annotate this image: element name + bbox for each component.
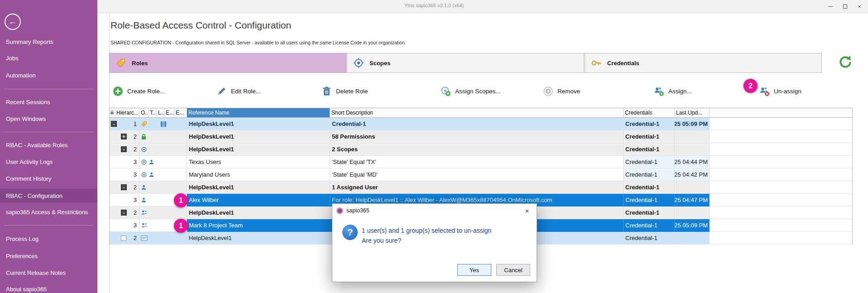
sidebar-item-rbac-configuration[interactable]: RBAC - Configuration bbox=[0, 189, 97, 202]
last-updated-cell[interactable] bbox=[675, 207, 710, 219]
reference-name-cell[interactable]: HelpDeskLevel1 bbox=[187, 207, 330, 219]
sidebar-item-process-log[interactable]: Process Log bbox=[0, 232, 97, 245]
assign-button[interactable]: Assign... bbox=[653, 81, 692, 101]
column-header-o[interactable]: O... bbox=[139, 108, 149, 117]
last-updated-cell[interactable] bbox=[675, 143, 710, 156]
last-updated-cell[interactable]: 025 04:44 PM bbox=[675, 156, 710, 168]
edit-role-button[interactable]: Edit Role... bbox=[216, 81, 261, 101]
credentials-cell[interactable]: Credential-1 bbox=[623, 168, 675, 181]
short-description-cell[interactable]: 58 Permissions bbox=[330, 130, 623, 143]
cancel-button[interactable]: Cancel bbox=[496, 264, 530, 276]
checkbox-icon[interactable] bbox=[121, 235, 126, 241]
table-row[interactable]: 3 Maryland Users 'State' Equal 'MD' Cred… bbox=[110, 168, 852, 181]
sidebar-item-user-activity-logs[interactable]: User Activity Logs bbox=[0, 155, 97, 168]
sidebar-divider bbox=[4, 132, 93, 132]
reference-name-cell[interactable]: HelpDeskLevel1 bbox=[187, 130, 330, 143]
sidebar-item-comment-history[interactable]: Comment History bbox=[0, 172, 97, 185]
tab-label: Scopes bbox=[369, 60, 390, 67]
reference-name-cell[interactable]: Alex Wilber bbox=[187, 194, 330, 207]
hierarchy-level: 2 bbox=[134, 209, 137, 216]
hierarchy-level: 3 bbox=[134, 222, 137, 229]
assign-scopes-button[interactable]: Assign Scopes... bbox=[440, 81, 501, 101]
reference-name-column-header[interactable]: Reference Name bbox=[187, 108, 330, 117]
table-row[interactable]: 3 Texas Users 'State' Equal 'TX' Credent… bbox=[110, 156, 852, 168]
tab-scopes[interactable]: Scopes bbox=[347, 53, 584, 73]
reference-name-cell[interactable]: HelpDeskLevel1 bbox=[187, 143, 330, 156]
reference-name-cell[interactable]: Texas Users bbox=[187, 156, 330, 168]
empty-column-header bbox=[710, 108, 852, 117]
last-updated-cell[interactable] bbox=[675, 232, 710, 245]
short-description-column-header[interactable]: Short Description bbox=[330, 108, 623, 117]
credentials-cell[interactable]: Credential-1 bbox=[623, 130, 675, 143]
close-icon: × bbox=[525, 207, 529, 215]
refresh-button[interactable] bbox=[836, 54, 855, 72]
sidebar-item-about-sapio365[interactable]: About sapio365 bbox=[0, 282, 97, 293]
remove-button[interactable]: Remove bbox=[542, 81, 580, 101]
sidebar-item-recent-sessions[interactable]: Recent Sessions bbox=[0, 95, 97, 109]
table-row[interactable]: - 1 HelpDeskLevel1 Credential-1 Credenti… bbox=[110, 118, 852, 130]
toolbar-label: Assign Scopes... bbox=[455, 88, 501, 95]
hierarchy-column-header[interactable]: Hierarc... bbox=[115, 108, 139, 117]
credentials-cell[interactable]: Credential-1 bbox=[623, 118, 675, 130]
expand-toggle[interactable]: + bbox=[121, 134, 127, 139]
table-row[interactable]: - 2 HelpDeskLevel1 2 Scopes Credential-1 bbox=[110, 143, 852, 156]
dialog-close-button[interactable]: × bbox=[518, 204, 537, 217]
credentials-cell[interactable]: Credential-1 bbox=[623, 207, 675, 219]
dialog-titlebar[interactable]: sapio365 × bbox=[332, 204, 537, 217]
credentials-cell[interactable]: Credential-1 bbox=[623, 194, 675, 207]
short-description-cell[interactable]: 'State' Equal 'MD' bbox=[330, 168, 623, 181]
table-row[interactable]: + 2 HelpDeskLevel1 58 Permissions Creden… bbox=[110, 130, 852, 143]
sidebar-item-preferences[interactable]: Preferences bbox=[0, 249, 97, 263]
last-updated-cell[interactable]: 025 04:42 PM bbox=[675, 168, 710, 181]
credentials-column-header[interactable]: Credentials bbox=[623, 108, 675, 117]
last-updated-cell[interactable]: 25 05:09 PM bbox=[675, 118, 710, 130]
tab-credentials[interactable]: Credentials bbox=[585, 53, 822, 73]
sidebar-item-automation[interactable]: Automation bbox=[0, 68, 97, 82]
minimize-button[interactable] bbox=[825, 1, 836, 11]
short-description-cell[interactable]: 'State' Equal 'TX' bbox=[330, 156, 623, 168]
short-description-cell[interactable]: 2 Scopes bbox=[330, 143, 623, 156]
sidebar-item-summary-reports[interactable]: Summary Reports bbox=[0, 35, 97, 48]
credentials-cell[interactable]: Credential-1 bbox=[623, 181, 675, 194]
reference-name-cell[interactable]: HelpDeskLevel1 bbox=[187, 118, 330, 130]
delete-role-button[interactable]: Delete Role bbox=[321, 81, 368, 101]
sidebar-item-sapio365-access-restrictions[interactable]: sapio365 Access & Restrictions bbox=[0, 205, 97, 219]
reference-name-cell[interactable]: Mark 8 Project Team bbox=[187, 219, 330, 232]
reference-name-cell[interactable]: HelpDeskLevel1 bbox=[187, 181, 330, 194]
reference-name-cell[interactable]: HelpDeskLevel1 bbox=[187, 232, 330, 245]
credentials-cell[interactable]: Credential-1 bbox=[623, 219, 675, 232]
sidebar-item-jobs[interactable]: Jobs bbox=[0, 51, 97, 65]
close-button[interactable]: × bbox=[854, 1, 865, 11]
back-button[interactable]: ← bbox=[5, 14, 21, 30]
column-header-t[interactable]: T... bbox=[149, 108, 157, 117]
last-updated-cell[interactable]: 025 04:47 PM bbox=[675, 194, 710, 207]
credentials-cell[interactable]: Credential-1 bbox=[623, 156, 675, 168]
create-role-button[interactable]: Create Role... bbox=[112, 81, 165, 101]
sidebar-item-open-windows[interactable]: Open Windows bbox=[0, 112, 97, 125]
lock-column-header[interactable] bbox=[110, 108, 115, 117]
credentials-cell[interactable]: Credential-1 bbox=[623, 143, 675, 156]
tab-roles[interactable]: Roles bbox=[109, 53, 346, 73]
column-header-e1[interactable]: E... bbox=[164, 108, 174, 117]
collapse-toggle[interactable]: - bbox=[111, 121, 117, 127]
maximize-button[interactable] bbox=[839, 1, 851, 11]
table-row[interactable]: - 2 HelpDeskLevel1 1 Assigned User Crede… bbox=[110, 181, 852, 194]
yes-button[interactable]: Yes bbox=[457, 264, 491, 276]
column-header-e2[interactable]: E... bbox=[174, 108, 187, 117]
last-updated-cell[interactable] bbox=[675, 130, 710, 143]
reference-name-cell[interactable]: Maryland Users bbox=[187, 168, 330, 181]
credentials-cell[interactable]: Credential-1 bbox=[623, 232, 675, 245]
column-header-l[interactable]: L... bbox=[157, 108, 164, 117]
last-updated-cell[interactable] bbox=[675, 181, 710, 194]
collapse-toggle[interactable]: - bbox=[121, 146, 127, 152]
collapse-toggle[interactable]: - bbox=[121, 184, 127, 190]
last-updated-cell[interactable]: 25 05:09 PM bbox=[675, 219, 710, 232]
hierarchy-level: 2 bbox=[134, 235, 137, 241]
short-description-cell[interactable]: 1 Assigned User bbox=[330, 181, 623, 194]
sidebar-item-rbac-available-roles[interactable]: RBAC - Available Roles bbox=[0, 138, 97, 152]
sidebar-item-current-release-notes[interactable]: Current Release Notes bbox=[0, 266, 97, 279]
short-description-cell[interactable]: Credential-1 bbox=[330, 118, 623, 130]
last-updated-column-header[interactable]: Last Upd... bbox=[675, 108, 710, 117]
collapse-toggle[interactable]: - bbox=[121, 210, 127, 216]
unassign-button[interactable]: Un-assign bbox=[759, 81, 801, 101]
